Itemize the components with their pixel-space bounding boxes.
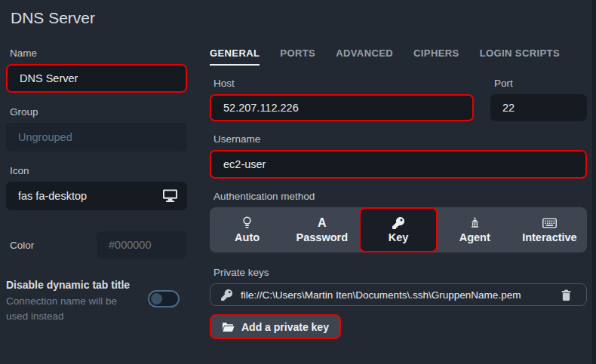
private-key-path: file://C:\Users\Martin Iten\Documents\.s… [241, 289, 548, 301]
dynamic-tab-title-toggle[interactable] [148, 290, 180, 307]
host-label: Host [214, 78, 474, 89]
connection-settings-panel: GENERAL PORTS ADVANCED CIPHERS LOGIN SCR… [210, 47, 590, 339]
settings-columns: Name Group Icon [0, 47, 596, 339]
username-field-group: Username [210, 133, 587, 179]
left-panel: Name Group Icon [6, 47, 187, 339]
port-input[interactable] [490, 94, 587, 121]
tab-ciphers[interactable]: CIPHERS [413, 47, 459, 66]
add-private-key-label: Add a private key [241, 321, 329, 333]
username-label: Username [214, 133, 587, 145]
name-input[interactable] [6, 64, 187, 93]
auth-option-interactive[interactable]: Interactive [512, 207, 587, 252]
dynamic-tab-title-label: Disable dynamic tab title [6, 279, 139, 291]
icon-input[interactable] [6, 182, 187, 210]
color-label: Color [10, 240, 34, 251]
ssh-profile-settings-window: DNS Server Name Group Icon [0, 0, 596, 364]
private-keys-group: Private keys file://C:\Users\Martin Iten… [210, 267, 587, 339]
icon-field-group: Icon [6, 165, 187, 210]
color-field-group: Color [6, 231, 187, 258]
letter-a-icon: A [318, 216, 327, 229]
group-field-group: Group [6, 106, 187, 151]
private-key-list-item: file://C:\Users\Martin Iten\Documents\.s… [210, 283, 587, 306]
port-field-group: Port [490, 78, 587, 121]
auth-option-password[interactable]: A Password [284, 207, 359, 252]
key-icon [392, 216, 404, 229]
name-label: Name [10, 47, 187, 59]
host-input[interactable] [210, 94, 474, 121]
auth-option-key[interactable]: Key [359, 207, 437, 252]
tab-general[interactable]: GENERAL [210, 47, 260, 66]
group-input[interactable] [6, 123, 187, 151]
toggle-knob [151, 293, 162, 304]
settings-tabs: GENERAL PORTS ADVANCED CIPHERS LOGIN SCR… [210, 47, 587, 66]
color-input[interactable] [97, 231, 187, 258]
name-field-group: Name [6, 47, 187, 93]
auth-option-label: Password [296, 231, 349, 243]
trash-icon [561, 289, 571, 301]
folder-open-icon [222, 322, 235, 332]
host-port-row: Host Port [210, 78, 587, 121]
auth-option-label: Interactive [522, 231, 577, 243]
auth-method-segmented-control: Auto A Password Key [210, 207, 587, 252]
dynamic-tab-title-setting: Disable dynamic tab title Connection nam… [6, 279, 187, 323]
username-input[interactable] [210, 150, 587, 179]
tab-login-scripts[interactable]: LOGIN SCRIPTS [480, 47, 560, 66]
dynamic-tab-title-description: Connection name will be used instead [6, 294, 139, 323]
auth-option-label: Key [389, 231, 409, 243]
auth-option-label: Auto [235, 231, 260, 243]
lightbulb-icon [242, 216, 252, 229]
icon-label: Icon [10, 165, 187, 176]
key-icon [221, 289, 232, 301]
auth-option-auto[interactable]: Auto [210, 207, 284, 252]
delete-private-key-button[interactable] [557, 288, 576, 302]
auth-option-label: Agent [459, 231, 490, 243]
port-label: Port [494, 78, 587, 89]
auth-option-agent[interactable]: Agent [438, 207, 512, 252]
auth-method-label: Authentication method [214, 191, 587, 202]
tab-advanced[interactable]: ADVANCED [336, 47, 393, 66]
page-title: DNS Server [0, 0, 596, 27]
keyboard-icon [542, 216, 557, 229]
private-keys-label: Private keys [214, 267, 587, 278]
tab-ports[interactable]: PORTS [280, 47, 315, 66]
group-label: Group [10, 106, 187, 118]
auth-method-group: Authentication method Auto A P [210, 191, 587, 252]
scrollbar[interactable] [592, 0, 596, 364]
host-field-group: Host [210, 78, 474, 121]
dynamic-tab-title-text: Disable dynamic tab title Connection nam… [6, 279, 139, 323]
agent-icon [469, 216, 481, 229]
add-private-key-button[interactable]: Add a private key [210, 314, 341, 339]
